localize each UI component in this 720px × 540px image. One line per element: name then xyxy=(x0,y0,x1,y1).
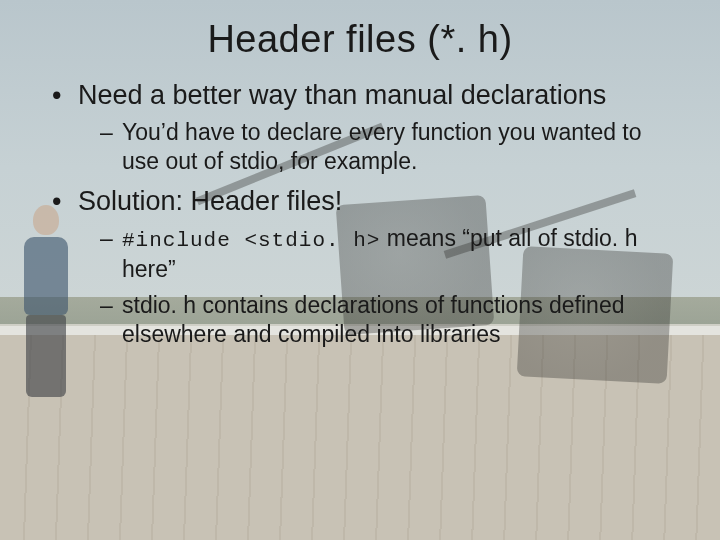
bullet-list: Need a better way than manual declaratio… xyxy=(40,79,680,349)
bullet-item: Need a better way than manual declaratio… xyxy=(52,79,680,175)
sub-bullet-text: You’d have to declare every function you… xyxy=(122,119,642,174)
sub-bullet-item: stdio. h contains declarations of functi… xyxy=(100,291,680,349)
bullet-text: Solution: Header files! xyxy=(78,186,342,216)
slide-content: Header files (*. h) Need a better way th… xyxy=(0,0,720,349)
bullet-item: Solution: Header files! #include <stdio.… xyxy=(52,185,680,348)
sub-bullet-item: #include <stdio. h> means “put all of st… xyxy=(100,224,680,283)
sub-bullet-item: You’d have to declare every function you… xyxy=(100,118,680,176)
slide-title: Header files (*. h) xyxy=(40,18,680,61)
code-snippet: #include <stdio. h> xyxy=(122,229,380,252)
sub-bullet-text: stdio. h contains declarations of functi… xyxy=(122,292,625,347)
slide: Header files (*. h) Need a better way th… xyxy=(0,0,720,540)
bullet-text: Need a better way than manual declaratio… xyxy=(78,80,606,110)
